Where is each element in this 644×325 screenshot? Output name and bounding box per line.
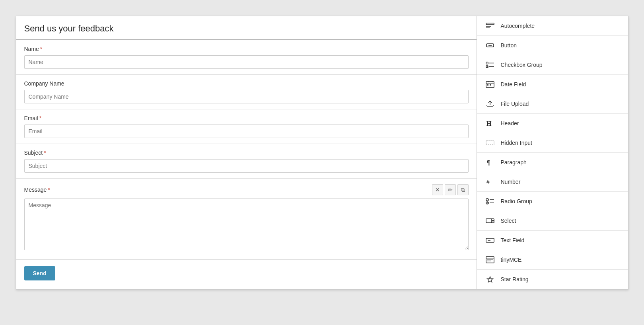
header-icon: H [485,119,495,127]
component-label-hidden-input: Hidden Input [501,140,532,146]
component-label-radio-group: Radio Group [501,198,532,204]
text-field-icon [485,236,495,244]
component-item-checkbox-group[interactable]: Checkbox Group [477,55,628,75]
star-rating-icon [485,275,495,283]
component-item-button[interactable]: Button [477,36,628,55]
message-icons: ✕ ✏ ⧉ [432,184,469,195]
message-copy-button[interactable]: ⧉ [457,184,469,195]
svg-text:¶: ¶ [487,159,490,166]
checkbox-group-icon [485,61,495,69]
component-label-checkbox-group: Checkbox Group [501,62,543,68]
component-label-paragraph: Paragraph [501,159,527,165]
email-required-star: * [39,115,41,121]
email-input[interactable] [24,125,469,138]
send-button[interactable]: Send [24,266,55,280]
hidden-input-icon [485,139,495,147]
name-label: Name* [24,46,469,52]
message-required-star: * [48,187,50,193]
svg-rect-0 [486,23,494,25]
component-label-star-rating: Star Rating [501,276,529,282]
message-label: Message* [24,187,50,193]
component-label-autocomplete: Autocomplete [501,23,535,29]
component-label-file-upload: File Upload [501,101,529,107]
copy-icon: ⧉ [461,187,465,193]
component-label-header: Header [501,120,519,126]
email-field-container: Email* [16,109,477,144]
component-item-radio-group[interactable]: Radio Group [477,192,628,211]
button-icon [485,41,495,49]
component-item-file-upload[interactable]: File Upload [477,94,628,114]
component-item-number[interactable]: # Number [477,172,628,192]
svg-point-22 [486,199,488,201]
subject-required-star: * [44,150,46,156]
autocomplete-icon [485,22,495,30]
company-name-input[interactable] [24,90,469,103]
svg-rect-14 [490,84,491,86]
message-field-container: Message* ✕ ✏ ⧉ [16,179,477,260]
component-label-date-field: Date Field [501,81,526,88]
form-header: Send us your feedback [16,16,477,40]
component-item-hidden-input[interactable]: Hidden Input [477,133,628,153]
svg-rect-5 [486,62,488,64]
component-label-number: Number [501,179,521,185]
form-title: Send us your feedback [24,23,469,34]
company-name-label: Company Name [24,80,469,87]
component-label-tinymce: tinyMCE [501,257,522,263]
name-input[interactable] [24,55,469,69]
component-item-text-field[interactable]: Text Field [477,231,628,250]
component-label-select: Select [501,218,516,224]
company-name-field-container: Company Name [16,75,477,109]
message-textarea[interactable] [24,199,469,250]
svg-rect-19 [486,141,494,145]
form-footer: Send [16,260,477,287]
component-item-tinymce[interactable]: tinyMCE [477,250,628,270]
tinymce-icon [485,256,495,264]
email-label: Email* [24,115,469,121]
component-label-text-field: Text Field [501,237,525,243]
component-item-autocomplete[interactable]: Autocomplete [477,16,628,36]
svg-rect-13 [487,84,488,86]
subject-label: Subject* [24,150,469,156]
page-wrapper: Send us your feedback Name* Company Name… [16,16,628,290]
subject-input[interactable] [24,159,469,173]
message-close-button[interactable]: ✕ [432,184,443,195]
component-item-paragraph[interactable]: ¶ Paragraph [477,153,628,172]
component-label-button: Button [501,42,517,49]
name-field-container: Name* [16,40,477,75]
subject-field-container: Subject* [16,144,477,179]
svg-text:#: # [486,179,490,185]
number-icon: # [485,178,495,186]
paragraph-icon: ¶ [485,158,495,166]
component-item-star-rating[interactable]: Star Rating [477,270,628,289]
component-item-header[interactable]: H Header [477,114,628,133]
name-required-star: * [40,46,42,52]
close-icon: ✕ [435,187,440,193]
svg-text:H: H [486,120,492,127]
component-item-select[interactable]: Select [477,211,628,231]
file-upload-icon [485,100,495,108]
edit-icon: ✏ [448,187,453,193]
component-item-date-field[interactable]: Date Field [477,75,628,94]
select-icon [485,217,495,225]
svg-point-25 [486,202,488,204]
date-field-icon [485,80,495,88]
message-field-header: Message* ✕ ✏ ⧉ [24,184,469,195]
components-panel: Autocomplete Button Checkbox Group Date … [477,16,628,289]
svg-marker-35 [487,276,493,282]
message-edit-button[interactable]: ✏ [445,184,456,195]
form-panel: Send us your feedback Name* Company Name… [16,16,477,289]
radio-group-icon [485,197,495,205]
